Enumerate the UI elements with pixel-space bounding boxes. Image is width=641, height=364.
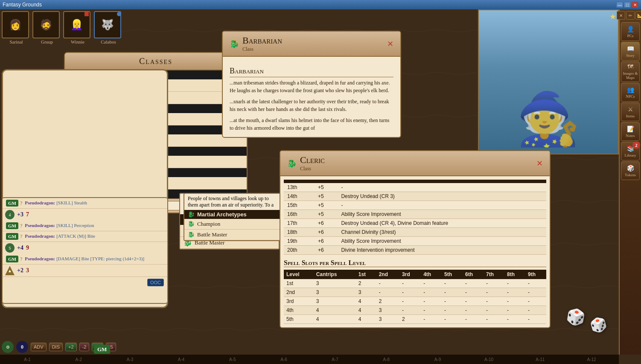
classes-title: Classes [139,56,172,66]
sidebar-images[interactable]: 🗺 Images & Maps [621,61,640,82]
minus2-button[interactable]: -2 [79,343,90,351]
roll-badge-2: S [5,243,15,253]
level-row-13: 13th+5- [284,183,546,192]
fighter-martial-icon: 🐉 [188,211,195,218]
9th-header: 9th [525,270,546,279]
question-mark-4: ? [20,256,22,262]
maximize-button[interactable]: □ [624,2,631,8]
roll-plus-1: +3 [17,211,23,218]
sidebar-npcs[interactable]: 👥 NPCs [621,83,640,102]
chat-entry-2: GM ? Pseudodragon: [SKILL] Perception [3,221,167,231]
cleric-card-content: 13th+5- 14th+5Destroy Undead (CR 3) 15th… [280,176,550,327]
feature-col-header [338,180,546,183]
spell-row-2: 2nd33-------- [284,288,546,297]
chat-action-1: [SKILL] Stealth [56,200,87,205]
fighter-features-top: People of towns and villages look up to … [184,193,282,241]
level-18-feature: Channel Divinity (3/rest) [338,228,546,237]
1st-header: 1st [356,270,376,279]
sidebar-story[interactable]: 📖 Story [621,42,640,61]
feat-champion[interactable]: 🐉 Champion [184,219,281,230]
barbarian-card-content: Barbarian ...man tribesman strides throu… [223,57,400,137]
spell-slots-title: Spell Slots per Spell Level [284,259,546,267]
portrait-name-sarinal: Sarinal [2,39,31,44]
gm-label: GM [94,345,110,354]
roll-row-1: 4 +3 7 [3,209,167,221]
2nd-header: 2nd [376,270,399,279]
sidebar-tokens[interactable]: 🎲 Tokens [621,161,640,180]
images-icon: 🗺 [627,64,633,70]
sidebar-top-controls: ✕ ✏ 📐 [617,11,641,20]
cleric-card-header: 🐉 Cleric Class ✕ [280,151,550,176]
sidebar-tool-2[interactable]: ✏ [626,11,635,20]
sidebar-pcs[interactable]: 👤 PCs [621,22,640,41]
level-row-19: 19th+6Ability Score Improvement [284,237,546,246]
coord-a1: A-1 [2,357,53,362]
portrait-calabos[interactable]: 🐺 Calabos [94,11,123,44]
items-label: Items [626,114,635,118]
story-icon: 📖 [627,45,634,52]
level-19-feature: Ability Score Improvement [338,237,546,246]
red-dice-small-1: 🎲 [565,306,587,327]
library-label: Library [625,153,636,157]
ooc-area: OOC [3,277,167,288]
roll-result-3: 3 [26,267,29,274]
cleric-spell-table: Level Cantrips 1st 2nd 3rd 4th 5th 6th 7… [284,270,546,324]
star-icon[interactable]: ★ [609,12,616,21]
minimize-button[interactable]: — [616,2,623,8]
barbarian-class-card: 🐉 Barbarian Class ✕ Barbarian ...man tri… [222,31,401,138]
7th-header: 7th [484,270,504,279]
settings-icon[interactable]: ⚙ [2,341,14,353]
main-canvas: 🧙 ★ 👩 Sarinal 🧔 Gruup 👱‍♀️ Winnie 🐺 Cala… [0,9,641,364]
gm-badge-2: GM [6,222,18,229]
npcs-icon: 👥 [627,86,634,93]
chat-entry-1: GM ? Pseudodragon: [SKILL] Stealth [3,198,167,209]
roll-badge-1: 4 [5,210,15,219]
barbarian-card-close[interactable]: ✕ [387,39,393,49]
pcs-icon: 👤 [627,26,634,33]
feat-battlemaster[interactable]: 🐉 Battle Master [184,230,281,240]
window-controls[interactable]: — □ ✕ [616,2,638,8]
coord-a5: A-5 [207,357,258,362]
barbarian-desc-1: ...man tribesman strides through a blizz… [230,79,393,94]
tokens-icon: 🎲 [627,165,634,172]
level-row-15: 15th+5- [284,201,546,210]
ooc-button[interactable]: OOC [147,279,164,286]
adv-button[interactable]: ADV [31,343,47,351]
dis-button[interactable]: DIS [49,343,63,351]
portrait-gruup[interactable]: 🧔 Gruup [32,11,61,44]
barbarian-card-header: 🐉 Barbarian Class ✕ [223,32,400,57]
npcs-label: NPCs [626,94,635,99]
titlebar: Fantasy Grounds — □ ✕ [0,0,641,9]
cleric-card-close[interactable]: ✕ [536,159,543,168]
barbarian-desc-2: ...snarls at the latest challenger to he… [230,98,393,113]
portrait-sarinal[interactable]: 👩 Sarinal [2,11,31,44]
roll-plus-3: +2 [17,267,23,274]
chat-entry-4: GM ? Pseudodragon: [DAMAGE] Bite [TYPE: … [3,254,167,265]
pcs-label: PCs [627,34,634,38]
plus2-button[interactable]: +2 [65,343,77,351]
cantrips-header: Cantrips [314,270,356,279]
level-row-14: 14th+5Destroy Undead (CR 3) [284,192,546,201]
sidebar-tool-1[interactable]: ✕ [617,11,625,20]
roll-plus-2: +4 [17,245,23,251]
level-col-header [284,180,315,183]
close-button[interactable]: ✕ [632,2,638,8]
level-row-20: 20th+6Divine Intervention improvement [284,246,546,255]
chat-action-4: [DAMAGE] Bite [TYPE: piercing (1d4+2=3)] [56,256,144,261]
spell-row-3: 3rd342------- [284,297,546,306]
spell-row-5: 5th4432------ [284,315,546,324]
barbarian-desc-3: ...at the mouth, a dwarf slams his helme… [230,116,393,132]
cleric-card-icon: 🐉 [287,159,297,168]
question-mark-2: ? [20,223,22,229]
question-mark-3: ? [20,233,22,240]
sidebar-notes[interactable]: 📝 Notes [621,122,640,141]
sidebar-items[interactable]: ⚔ Items [621,102,640,121]
sidebar-tool-3[interactable]: 📐 [635,11,641,20]
roll-result-1: 7 [26,211,29,218]
spell-row-1: 1st32-------- [284,279,546,288]
sidebar-library[interactable]: 📚 Library 2 [621,142,640,160]
portrait-winnie[interactable]: 👱‍♀️ Winnie [63,11,92,44]
cleric-card-title: Cleric [300,154,325,166]
app-title: Fantasy Grounds [3,2,616,8]
level-17-feature: Destroy Undead (CR 4), Divine Domain fea… [338,219,546,228]
